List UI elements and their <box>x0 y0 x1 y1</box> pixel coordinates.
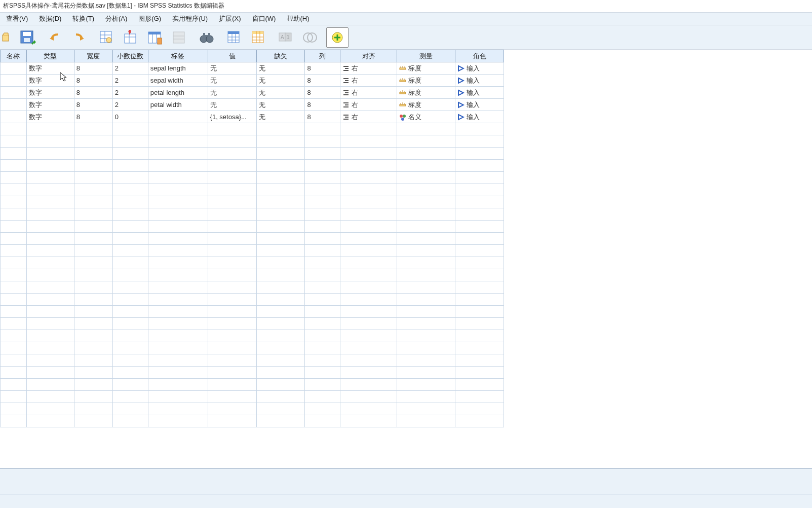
table-row[interactable] <box>1 306 504 318</box>
cell-empty[interactable] <box>1 184 27 196</box>
cell-empty[interactable] <box>397 367 455 379</box>
cell-empty[interactable] <box>397 342 455 354</box>
cell-empty[interactable] <box>256 196 305 208</box>
cell-empty[interactable] <box>74 245 112 257</box>
cell-empty[interactable] <box>26 208 74 221</box>
table-row[interactable] <box>1 403 504 415</box>
cell-empty[interactable] <box>1 281 27 294</box>
cell-empty[interactable] <box>256 269 305 281</box>
cell-align[interactable]: 右 <box>340 111 397 123</box>
cell-empty[interactable] <box>112 123 148 135</box>
cell-empty[interactable] <box>397 257 455 269</box>
table-row[interactable] <box>1 342 504 354</box>
cell-type[interactable]: 数字 <box>26 99 74 111</box>
cell-empty[interactable] <box>148 172 208 184</box>
goto-variable-button[interactable] <box>120 27 142 48</box>
cell-empty[interactable] <box>112 257 148 269</box>
cell-empty[interactable] <box>397 391 455 403</box>
cell-empty[interactable] <box>256 245 305 257</box>
table-row[interactable] <box>1 330 504 342</box>
cell-empty[interactable] <box>148 208 208 221</box>
cell-empty[interactable] <box>1 403 27 415</box>
table-row[interactable] <box>1 123 504 135</box>
cell-empty[interactable] <box>26 403 74 415</box>
cell-empty[interactable] <box>305 330 340 342</box>
cell-empty[interactable] <box>26 172 74 184</box>
cell-empty[interactable] <box>305 221 340 233</box>
cell-empty[interactable] <box>1 135 27 148</box>
cell-empty[interactable] <box>397 306 455 318</box>
cell-decimals[interactable]: 2 <box>112 87 148 99</box>
cell-empty[interactable] <box>340 257 397 269</box>
col-measure[interactable]: 测量 <box>397 50 455 62</box>
cell-empty[interactable] <box>455 367 504 379</box>
cell-empty[interactable] <box>397 281 455 294</box>
table-row[interactable] <box>1 184 504 196</box>
cell-empty[interactable] <box>112 208 148 221</box>
cell-empty[interactable] <box>208 379 256 391</box>
cell-empty[interactable] <box>256 342 305 354</box>
cell-empty[interactable] <box>340 318 397 330</box>
cell-empty[interactable] <box>74 160 112 172</box>
cell-empty[interactable] <box>305 294 340 306</box>
cell-empty[interactable] <box>208 415 256 427</box>
cell-empty[interactable] <box>1 233 27 245</box>
cell-empty[interactable] <box>397 172 455 184</box>
cell-empty[interactable] <box>208 184 256 196</box>
cell-empty[interactable] <box>112 294 148 306</box>
cell-empty[interactable] <box>26 257 74 269</box>
cell-empty[interactable] <box>112 148 148 160</box>
table-row[interactable] <box>1 415 504 427</box>
cell-empty[interactable] <box>148 245 208 257</box>
cell-empty[interactable] <box>74 294 112 306</box>
cell-empty[interactable] <box>397 294 455 306</box>
cell-empty[interactable] <box>256 148 305 160</box>
cell-empty[interactable] <box>208 123 256 135</box>
cell-empty[interactable] <box>26 135 74 148</box>
table-row[interactable] <box>1 196 504 208</box>
cell-empty[interactable] <box>112 281 148 294</box>
cell-empty[interactable] <box>397 148 455 160</box>
cell-empty[interactable] <box>208 148 256 160</box>
cell-empty[interactable] <box>208 330 256 342</box>
cell-empty[interactable] <box>256 379 305 391</box>
menu-graphs[interactable]: 图形(G) <box>134 13 168 25</box>
cell-empty[interactable] <box>256 306 305 318</box>
cell-empty[interactable] <box>455 354 504 367</box>
cell-align[interactable]: 右 <box>340 99 397 111</box>
cell-empty[interactable] <box>256 123 305 135</box>
cell-name[interactable] <box>1 111 27 123</box>
cell-empty[interactable] <box>208 281 256 294</box>
weight-cases-button[interactable] <box>247 27 269 48</box>
cell-empty[interactable] <box>256 294 305 306</box>
cell-empty[interactable] <box>1 415 27 427</box>
cell-empty[interactable] <box>305 123 340 135</box>
cell-empty[interactable] <box>397 221 455 233</box>
cell-empty[interactable] <box>340 233 397 245</box>
table-row[interactable] <box>1 135 504 148</box>
cell-empty[interactable] <box>397 135 455 148</box>
cell-measure[interactable]: 标度 <box>397 75 455 87</box>
cell-empty[interactable] <box>305 208 340 221</box>
cell-empty[interactable] <box>26 330 74 342</box>
insert-case-button[interactable] <box>168 27 190 48</box>
table-row[interactable] <box>1 245 504 257</box>
cell-values[interactable]: 无 <box>208 87 256 99</box>
cell-empty[interactable] <box>74 196 112 208</box>
cell-empty[interactable] <box>112 403 148 415</box>
col-role[interactable]: 角色 <box>455 50 504 62</box>
cell-empty[interactable] <box>148 135 208 148</box>
cell-label[interactable]: sepal width <box>148 75 208 87</box>
cell-empty[interactable] <box>1 342 27 354</box>
table-row[interactable] <box>1 257 504 269</box>
cell-empty[interactable] <box>455 160 504 172</box>
cell-empty[interactable] <box>26 221 74 233</box>
cell-empty[interactable] <box>74 123 112 135</box>
cell-empty[interactable] <box>305 403 340 415</box>
cell-empty[interactable] <box>208 354 256 367</box>
cell-missing[interactable]: 无 <box>256 62 305 75</box>
cell-empty[interactable] <box>455 318 504 330</box>
cell-values[interactable]: 无 <box>208 62 256 75</box>
cell-empty[interactable] <box>74 281 112 294</box>
cell-empty[interactable] <box>256 184 305 196</box>
